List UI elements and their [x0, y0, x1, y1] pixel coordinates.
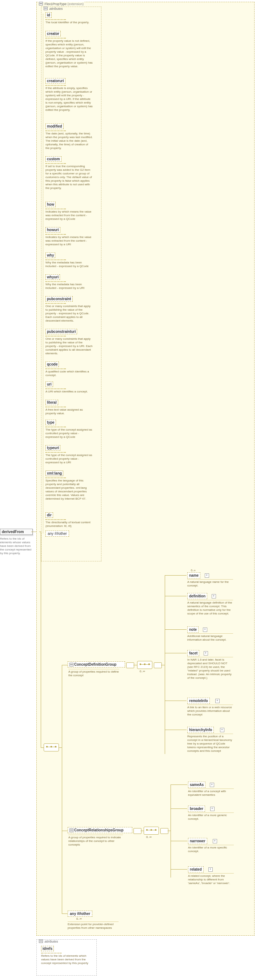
connector-line	[171, 841, 187, 841]
attr-qcode: qcode A qualified code which identifies …	[45, 361, 93, 377]
element-broader[interactable]: broader	[188, 806, 205, 812]
element-remoteInfo[interactable]: remoteInfo	[187, 698, 210, 704]
attr-name[interactable]: idrefs	[41, 946, 54, 951]
occurrence: 0..∞	[146, 835, 152, 838]
connector-line	[171, 808, 187, 809]
connector-line	[165, 730, 187, 730]
connector-line	[168, 830, 171, 831]
attr-name[interactable]: qcode	[45, 361, 59, 367]
expand-icon[interactable]	[203, 628, 207, 632]
expand-icon[interactable]	[213, 839, 217, 843]
connector-line	[165, 575, 165, 754]
attr-name[interactable]: id	[45, 12, 52, 18]
element-definition[interactable]: definition	[187, 593, 207, 599]
attr-type: type The type of the concept assigned as…	[45, 420, 93, 439]
attr-typeuri: typeuri The type of the concept assigned…	[45, 445, 93, 465]
el-desc: In NAR 1.8 and later, facet is deprecate…	[187, 657, 233, 680]
sequence-connector[interactable]	[144, 827, 159, 835]
occurrence: 0..∞	[191, 569, 196, 571]
any-desc: Extension point for provider-defined pro…	[68, 921, 118, 930]
attr-name[interactable]: type	[45, 420, 56, 425]
element-sameAs[interactable]: sameAs	[188, 781, 205, 788]
el-desc: A natural language definition of the sem…	[187, 600, 233, 616]
attr-desc: If the property value is not defined, sp…	[45, 39, 93, 68]
connector-line	[165, 596, 187, 596]
expand-icon[interactable]	[205, 573, 209, 578]
expand-icon[interactable]	[210, 783, 214, 787]
collapse-icon[interactable]	[44, 6, 48, 10]
collapse-icon[interactable]	[39, 939, 43, 943]
connector-line	[41, 748, 44, 748]
attr-name[interactable]: pubconstraint	[45, 296, 73, 302]
attr-name[interactable]: why	[45, 253, 55, 258]
el-desc: A related concept, where the relationshi…	[188, 873, 234, 885]
el-desc: A link to an item or a web resource whic…	[187, 705, 233, 717]
sequence-connector[interactable]	[137, 661, 152, 669]
attr-pubconstraint: pubconstraint One or many constraints th…	[45, 296, 93, 323]
attributes-label: attributes	[43, 6, 64, 11]
attr-uri: uri A URI which identifies a concept.	[45, 382, 88, 393]
group-concept-definition[interactable]: ConceptDefinitionGroup	[68, 661, 125, 668]
attr-desc: The type of the concept assigned as cont…	[45, 453, 93, 465]
element-related[interactable]: related	[188, 866, 204, 872]
el-desc: Represents the position of a concept in …	[187, 733, 233, 753]
connector-line	[59, 748, 62, 748]
attr-name[interactable]: dir	[45, 512, 53, 518]
attr-name[interactable]: pubconstrainturi	[45, 329, 77, 334]
expand-icon[interactable]	[220, 728, 224, 732]
attr-literal: literal A free-text value assigned as pr…	[45, 400, 93, 415]
any-element[interactable]: any ##other	[68, 911, 92, 917]
connector-line	[161, 665, 165, 665]
connector-line	[141, 830, 144, 831]
panel-type-name: Flex1PropType	[45, 2, 67, 6]
attr-id: id The local identifier of the property.	[45, 12, 89, 24]
attr-name[interactable]: whyuri	[45, 274, 60, 280]
sequence-connector[interactable]	[44, 743, 59, 751]
element-note[interactable]: note	[187, 627, 198, 633]
expand-icon[interactable]	[212, 594, 216, 598]
expand-icon[interactable]	[208, 867, 213, 872]
attr-desc: Why the metadata has been included - exp…	[45, 283, 93, 290]
connector-line	[171, 784, 187, 785]
el-desc: An identifier of a concept with equivale…	[188, 789, 234, 797]
element-name[interactable]: name	[187, 572, 200, 579]
attr-name[interactable]: typeuri	[45, 445, 60, 450]
element-narrower[interactable]: narrower	[188, 838, 207, 844]
attr-name[interactable]: howuri	[45, 227, 60, 232]
collapse-icon[interactable]	[69, 663, 74, 667]
element-derivedFrom[interactable]: derivedFrom	[0, 529, 33, 535]
attr-desc: A free-text value assigned as property v…	[45, 408, 93, 415]
connector-line	[62, 913, 68, 914]
attr-creator: creator If the property value is not def…	[45, 31, 93, 68]
collapse-icon[interactable]	[39, 2, 43, 5]
any-attribute[interactable]: any ##other	[45, 530, 69, 537]
attr-idrefs: idrefs Refers to the ids of elements whi…	[41, 946, 88, 965]
attr-desc: Refers to the ids of elements which valu…	[41, 954, 88, 965]
connector-line	[31, 531, 36, 532]
attr-why: why Why the metadata has been included -…	[45, 253, 93, 268]
element-facet[interactable]: facet	[187, 650, 199, 656]
el-desc: A natural language name for the concept.	[187, 579, 233, 587]
attr-whyuri: whyuri Why the metadata has been include…	[45, 274, 93, 290]
attr-name[interactable]: literal	[45, 400, 58, 405]
collapse-icon[interactable]	[69, 829, 74, 832]
attr-name[interactable]: xml:lang	[45, 471, 63, 476]
attr-name[interactable]: how	[45, 202, 56, 207]
attr-name[interactable]: creatoruri	[45, 78, 66, 84]
attr-name[interactable]: uri	[45, 382, 53, 387]
group-desc: A group of properties required to indica…	[68, 835, 123, 846]
attr-xml-lang: xml:lang Specifies the language of this …	[45, 471, 93, 501]
attr-desc: Why the metadata has been included - exp…	[45, 261, 93, 268]
expand-icon[interactable]	[210, 807, 214, 811]
expand-icon[interactable]	[215, 699, 220, 703]
attr-desc: A URI which identifies a concept.	[45, 390, 88, 393]
group-concept-relationships[interactable]: ConceptRelationshipsGroup	[68, 827, 132, 833]
attr-desc: Indicates by which means the value was e…	[45, 235, 93, 247]
attr-name[interactable]: custom	[45, 156, 61, 162]
attr-name[interactable]: creator	[45, 31, 61, 37]
attr-name[interactable]: modified	[45, 124, 64, 129]
expand-icon[interactable]	[204, 651, 208, 655]
attr-modified: modified The date (and, optionally, the …	[45, 124, 93, 150]
occurrence: 0..∞	[76, 917, 82, 920]
element-hierarchyInfo[interactable]: hierarchyInfo	[187, 727, 214, 733]
